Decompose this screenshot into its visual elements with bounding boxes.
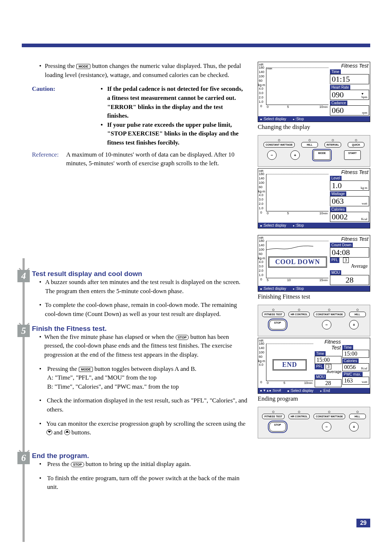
display-panel-3: HR 180 140 100 60 kg·m 4.0 3.0 2.0 1.0 0… — [258, 235, 370, 292]
step-number-5: 5 — [17, 325, 30, 337]
caption: Ending program — [258, 395, 370, 402]
down-icon — [46, 429, 52, 435]
reference-block: Reference: A maximum of 10-minutes' wort… — [32, 150, 249, 168]
display-panel-1: HR 180 140 100 60 kg·m 4.0 3.0 2.0 1.0 0… — [258, 62, 370, 122]
step-number-6: 6 — [17, 452, 30, 464]
mode-button-inline: MODE — [76, 64, 90, 69]
keypad-diagram: CONSTANT WATTAGE HILL INTERVAL QUICK − +… — [258, 135, 370, 167]
up-icon — [64, 429, 70, 435]
keypad-diagram: FITNESS TEST HR CONTROL CONSTANT WATTAGE… — [258, 407, 370, 438]
display-panel-4: HR 180 140 100 60 kg·m 4.0 0 0 5 10min E… — [258, 338, 370, 394]
page-number: 29 — [356, 519, 370, 527]
body-text: • Pressing the MODE button changes the n… — [39, 62, 249, 80]
header-bar — [22, 44, 370, 47]
caution-block: Caution: •If the pedal cadence is not de… — [32, 85, 249, 147]
step-number-4: 4 — [17, 270, 30, 282]
step-title: Finish the Fitness test. — [32, 325, 249, 333]
mode-button-inline: MODE — [79, 367, 93, 372]
stop-button-inline: STOP — [71, 462, 84, 467]
keypad-diagram: FITNESS TEST HR CONTROL CONSTANT WATTAGE… — [258, 305, 370, 336]
stop-button-inline: STOP — [176, 335, 189, 340]
flow-arrow — [20, 258, 27, 542]
caption: Finishing Fitness test — [258, 293, 370, 300]
caption: Changing the display — [258, 123, 370, 131]
step-title: End the program. — [32, 452, 249, 460]
step-title: Test result display and cool down — [32, 270, 249, 278]
display-panel-2: HR 180 140 100 60 kg·m 4.0 3.0 2.0 1.0 0… — [258, 168, 370, 228]
